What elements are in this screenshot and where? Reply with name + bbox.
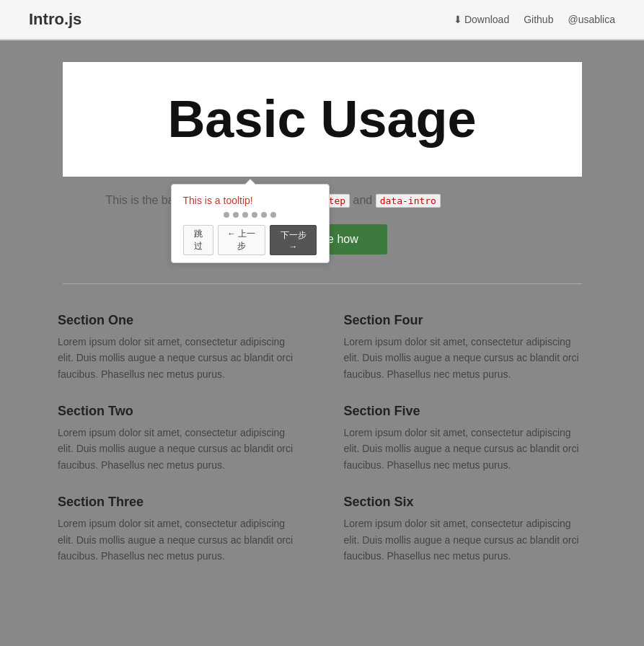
hero-section: Basic Usage This is the basic use of Int… [0, 40, 644, 283]
tooltip-dot-4 [252, 212, 257, 218]
site-logo: Intro.js [29, 10, 81, 29]
section-block-3: Section TwoLorem ipsum dolor sit amet, c… [58, 404, 301, 473]
tooltip-buttons: 跳过 ← 上一步 下一步 → [183, 225, 317, 255]
section-block-6: Section SixLorem ipsum dolor sit amet, c… [344, 495, 587, 564]
section-body-6: Lorem ipsum dolor sit amet, consectetur … [344, 516, 587, 564]
section-block-4: Section FiveLorem ipsum dolor sit amet, … [344, 404, 587, 473]
tooltip-dots [183, 212, 317, 218]
page-header: Intro.js ⬇Download Github @usablica [0, 0, 644, 40]
hero-card: Basic Usage [63, 62, 582, 177]
main-nav: ⬇Download Github @usablica [454, 14, 615, 25]
section-heading-2: Section Four [344, 313, 587, 328]
tooltip-next-button[interactable]: 下一步 → [270, 225, 317, 255]
github-link[interactable]: Github [524, 14, 553, 25]
sections-grid: Section OneLorem ipsum dolor sit amet, c… [0, 284, 644, 593]
download-link[interactable]: ⬇Download [454, 14, 509, 25]
section-body-4: Lorem ipsum dolor sit amet, consectetur … [344, 425, 587, 473]
code-data-intro: data-intro [376, 194, 441, 208]
section-block-1: Section OneLorem ipsum dolor sit amet, c… [58, 313, 301, 382]
page-title: Basic Usage [106, 91, 539, 148]
section-body-5: Lorem ipsum dolor sit amet, consectetur … [58, 516, 301, 564]
tooltip-dot-2 [233, 212, 239, 218]
tooltip-dot-1 [224, 212, 229, 218]
section-heading-3: Section Two [58, 404, 301, 419]
tooltip-dot-6 [270, 212, 276, 218]
download-icon: ⬇ [454, 14, 462, 25]
tooltip-prev-button[interactable]: ← 上一步 [218, 225, 265, 255]
hero-subtitle-row: This is the basic use of Intro.js. Add d… [63, 191, 582, 210]
tooltip-dot-3 [242, 212, 248, 218]
section-body-3: Lorem ipsum dolor sit amet, consectetur … [58, 425, 301, 473]
tooltip-text: This is a tooltip! [183, 195, 317, 206]
twitter-link[interactable]: @usablica [568, 14, 615, 25]
section-heading-4: Section Five [344, 404, 587, 419]
section-block-2: Section FourLorem ipsum dolor sit amet, … [344, 313, 587, 382]
tooltip-skip-button[interactable]: 跳过 [183, 225, 213, 255]
section-body-1: Lorem ipsum dolor sit amet, consectetur … [58, 334, 301, 382]
tooltip-dot-5 [261, 212, 267, 218]
section-heading-1: Section One [58, 313, 301, 328]
section-block-5: Section ThreeLorem ipsum dolor sit amet,… [58, 495, 301, 564]
tooltip-popup: This is a tooltip! 跳过 ← 上一步 下一步 → [171, 184, 330, 263]
section-body-2: Lorem ipsum dolor sit amet, consectetur … [344, 334, 587, 382]
section-heading-5: Section Three [58, 495, 301, 510]
section-heading-6: Section Six [344, 495, 587, 510]
